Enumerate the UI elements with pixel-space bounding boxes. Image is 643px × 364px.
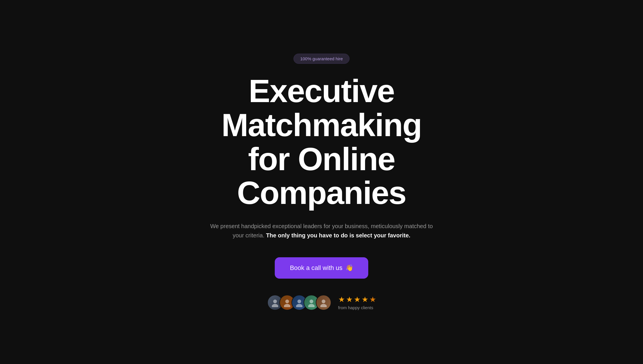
subheadline: We present handpicked exceptional leader… [209, 222, 434, 240]
svg-point-3 [284, 304, 290, 307]
svg-point-2 [285, 299, 289, 303]
svg-point-0 [273, 299, 277, 303]
svg-point-8 [322, 299, 325, 303]
social-proof: ★ ★ ★ ★ ★ from happy clients [267, 295, 376, 310]
star-2: ★ [346, 295, 353, 304]
badge-text: 100% guaranteed hire [300, 56, 343, 61]
rating-group: ★ ★ ★ ★ ★ from happy clients [338, 295, 376, 310]
main-headline: Executive Matchmaking for Online Compani… [174, 74, 469, 210]
svg-point-9 [320, 304, 326, 307]
happy-clients-label: from happy clients [338, 305, 373, 310]
svg-point-4 [297, 299, 301, 303]
subheadline-bold: The only thing you have to do is select … [266, 232, 410, 239]
cta-label: Book a call with us [290, 264, 342, 272]
svg-point-1 [272, 304, 278, 307]
star-4: ★ [362, 295, 368, 304]
star-1: ★ [338, 295, 345, 304]
hero-section: 100% guaranteed hire Executive Matchmaki… [163, 36, 480, 327]
avatar-5 [316, 295, 331, 310]
star-5: ★ [369, 295, 376, 304]
headline-line2: for Online Companies [237, 141, 406, 211]
svg-point-6 [309, 299, 313, 303]
client-avatars [267, 295, 331, 310]
guarantee-badge: 100% guaranteed hire [294, 54, 349, 64]
star-3: ★ [354, 295, 360, 304]
book-call-button[interactable]: Book a call with us 👋 [275, 257, 368, 279]
cta-emoji: 👋 [345, 264, 353, 272]
star-rating: ★ ★ ★ ★ ★ [338, 295, 376, 304]
svg-point-7 [308, 304, 314, 307]
headline-line1: Executive Matchmaking [221, 73, 422, 143]
svg-point-5 [296, 304, 302, 307]
